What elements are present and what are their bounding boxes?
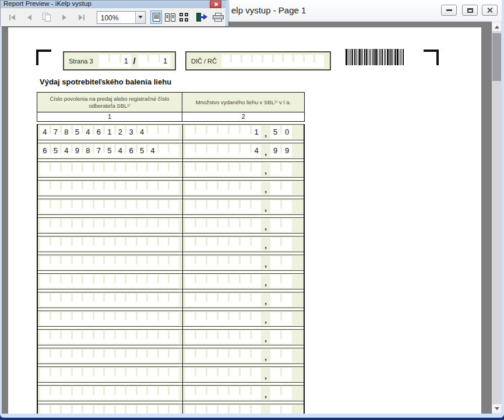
maximize-button[interactable] <box>462 5 478 16</box>
table-row: , <box>37 385 305 401</box>
page-number-box: Strana 3 1 / 1 <box>63 51 176 70</box>
first-page-icon <box>9 15 15 20</box>
barcode <box>346 49 413 65</box>
preview-titlebar: Report Preview - iKelp vystup <box>1 1 225 8</box>
table-border-middle <box>182 124 183 414</box>
preview-window-title: Report Preview - iKelp vystup <box>3 0 91 7</box>
strana-total-cells: 1 <box>138 55 170 68</box>
decimal-separator: , <box>261 180 270 196</box>
table-rows: 47854612341,50654987546544,99,,,,,,,,,,,… <box>37 124 305 414</box>
dic-box: DIČ / RČ <box>185 51 331 70</box>
chevron-down-icon <box>495 407 499 412</box>
table-header-row: Číslo povolenia na predaj alebo registra… <box>37 92 305 112</box>
decimal-separator: , <box>261 366 270 383</box>
copy-pages-button[interactable] <box>40 10 54 24</box>
crop-mark-top-right-icon <box>424 50 439 65</box>
table-row: , <box>37 348 305 364</box>
scroll-up-button[interactable] <box>492 22 502 31</box>
main-window-title: elp vystup - Page 1 <box>231 5 306 15</box>
decimal-separator: , <box>261 348 270 364</box>
zoom-combobox[interactable]: 100% <box>97 11 146 24</box>
table-row: , <box>37 255 305 271</box>
decimal-separator: , <box>261 404 270 414</box>
table-row: , <box>37 292 305 308</box>
next-page-icon <box>62 15 66 20</box>
table-row: , <box>37 236 305 252</box>
strana-current-cells: 1 <box>99 55 131 68</box>
decimal-separator: , <box>261 217 270 234</box>
copy-pages-icon <box>43 13 51 22</box>
previous-page-icon <box>27 15 31 20</box>
decimal-separator: , <box>261 161 270 178</box>
crop-mark-top-left-icon <box>36 50 51 65</box>
decimal-separator: , <box>261 310 270 327</box>
vertical-scrollbar <box>492 22 502 414</box>
multi-page-icon <box>179 13 188 22</box>
preview-window: Report Preview - iKelp vystup <box>0 0 228 26</box>
maximize-icon <box>467 8 473 13</box>
close-icon <box>214 2 218 6</box>
main-window: elp vystup - Page 1 Strana 3 1 / 1 DIČ /… <box>2 0 502 414</box>
last-page-button[interactable] <box>75 10 89 24</box>
first-page-button[interactable] <box>6 10 19 24</box>
col2-header: Množstvo vydaného liehu v SBL¹⁾ v l a. <box>182 93 304 112</box>
two-page-icon <box>165 13 175 22</box>
chevron-down-icon <box>138 16 143 21</box>
preview-close-button[interactable] <box>210 1 221 8</box>
col1-header: Číslo povolenia na predaj alebo registra… <box>37 93 182 112</box>
table-row: , <box>37 366 305 383</box>
chevron-up-icon <box>495 23 499 29</box>
preview-canvas: Strana 3 1 / 1 DIČ / RČ Výdaj spotrebite… <box>2 22 492 414</box>
last-page-icon <box>79 15 84 20</box>
decimal-separator: , <box>261 292 270 308</box>
minimize-button[interactable] <box>441 5 457 16</box>
single-page-view-button[interactable] <box>150 10 162 24</box>
col2-number: 2 <box>182 112 304 121</box>
decimal-separator: , <box>261 385 270 401</box>
two-page-view-button[interactable] <box>164 10 176 24</box>
decimal-separator: , <box>261 255 270 271</box>
previous-page-button[interactable] <box>24 10 35 24</box>
table-row: , <box>37 329 305 345</box>
table-row: , <box>37 161 305 178</box>
zoom-value: 100% <box>97 12 136 23</box>
col1-number: 1 <box>37 112 182 121</box>
next-page-button[interactable] <box>59 10 70 24</box>
decimal-separator: , <box>261 124 270 140</box>
table-border-left <box>37 124 38 414</box>
report-page: Strana 3 1 / 1 DIČ / RČ Výdaj spotrebite… <box>8 27 481 414</box>
decimal-separator: , <box>261 329 270 345</box>
printer-icon <box>213 13 224 22</box>
strana-label: Strana 3 <box>69 58 93 65</box>
exit-door-icon <box>196 13 207 22</box>
screen: elp vystup - Page 1 Strana 3 1 / 1 DIČ /… <box>0 0 504 420</box>
table-row: , <box>37 199 305 215</box>
table-row: , <box>37 310 305 327</box>
dropdown-button[interactable] <box>135 12 145 23</box>
strana-separator: / <box>131 56 138 66</box>
minimize-icon <box>446 9 452 11</box>
decimal-separator: , <box>261 199 270 215</box>
form-table: Číslo povolenia na predaj alebo registra… <box>37 92 305 414</box>
decimal-separator: , <box>261 273 270 290</box>
scroll-down-button[interactable] <box>492 404 502 414</box>
table-row: , <box>37 404 305 414</box>
scrollbar-thumb[interactable] <box>492 33 501 81</box>
single-page-icon <box>153 13 160 22</box>
table-row: , <box>37 217 305 234</box>
preview-toolbar: 100% <box>1 8 225 26</box>
decimal-separator: , <box>261 236 270 252</box>
dic-cells <box>221 55 324 68</box>
section-title: Výdaj spotrebiteľského balenia liehu <box>40 77 171 86</box>
decimal-separator: , <box>261 143 270 159</box>
column-number-row: 1 2 <box>37 112 305 122</box>
table-row: 47854612341,50 <box>37 124 305 140</box>
table-border-right <box>304 124 305 414</box>
close-icon <box>487 7 493 13</box>
close-preview-button[interactable] <box>195 10 208 24</box>
table-row: 654987546544,99 <box>37 143 305 159</box>
print-button[interactable] <box>211 10 225 24</box>
multi-page-view-button[interactable] <box>178 10 189 24</box>
close-button[interactable] <box>482 5 498 16</box>
dic-label: DIČ / RČ <box>191 58 217 65</box>
